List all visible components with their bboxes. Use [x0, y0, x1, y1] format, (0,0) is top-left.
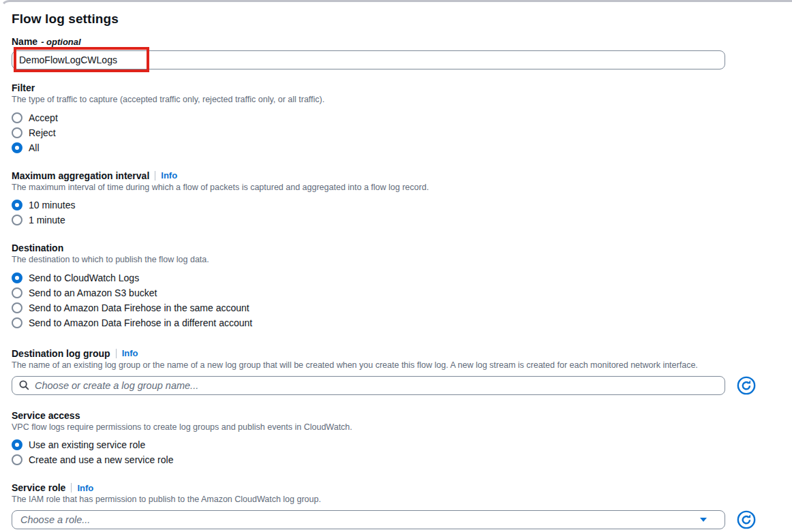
radio-button-icon — [12, 272, 22, 283]
radio-filter-accept[interactable]: Accept — [12, 110, 792, 125]
radio-destination-firehose-different-account[interactable]: Send to Amazon Data Firehose in a differ… — [12, 315, 792, 330]
service-role-info-link[interactable]: Info — [77, 483, 93, 493]
service-access-description: VPC flow logs require permissions to cre… — [12, 422, 792, 433]
radio-button-icon — [12, 112, 22, 123]
filter-radio-group: Accept Reject All — [12, 110, 792, 155]
max-aggregation-description: The maximum interval of time during whic… — [12, 183, 792, 193]
radio-interval-10-minutes[interactable]: 10 minutes — [12, 198, 792, 213]
name-label: Name — [12, 36, 37, 47]
chevron-down-icon — [700, 518, 707, 522]
name-field-group: Name - optional — [12, 36, 792, 69]
max-aggregation-group: Maximum aggregation interval Info The ma… — [12, 170, 792, 228]
filter-label: Filter — [12, 82, 35, 93]
max-aggregation-label: Maximum aggregation interval — [12, 170, 149, 181]
destination-radio-group: Send to CloudWatch Logs Send to an Amazo… — [12, 270, 792, 330]
max-aggregation-info-link[interactable]: Info — [161, 170, 177, 181]
destination-log-group-label: Destination log group — [12, 348, 110, 359]
radio-button-icon — [12, 287, 22, 298]
name-optional-suffix: - optional — [41, 37, 81, 47]
service-access-group: Service access VPC flow logs require per… — [12, 410, 792, 468]
service-role-placeholder: Choose a role... — [20, 514, 90, 525]
service-role-description: The IAM role that has permission to publ… — [12, 495, 792, 505]
radio-button-icon — [12, 142, 22, 153]
radio-filter-all[interactable]: All — [12, 140, 792, 155]
filter-group: Filter The type of traffic to capture (a… — [12, 82, 792, 155]
radio-use-existing-service-role[interactable]: Use an existing service role — [12, 437, 792, 452]
radio-button-icon — [12, 454, 22, 465]
radio-interval-1-minute[interactable]: 1 minute — [12, 213, 792, 228]
max-aggregation-radio-group: 10 minutes 1 minute — [12, 198, 792, 228]
radio-destination-s3-bucket[interactable]: Send to an Amazon S3 bucket — [12, 285, 792, 300]
radio-button-icon — [12, 215, 22, 225]
radio-destination-cloudwatch-logs[interactable]: Send to CloudWatch Logs — [12, 270, 792, 285]
filter-description: The type of traffic to capture (accepted… — [12, 95, 792, 106]
radio-button-icon — [12, 127, 22, 138]
radio-destination-firehose-same-account[interactable]: Send to Amazon Data Firehose in the same… — [12, 300, 792, 315]
refresh-circled-icon — [737, 521, 756, 531]
refresh-roles-button[interactable] — [737, 510, 756, 529]
page-title: Flow log settings — [12, 12, 792, 27]
radio-button-icon — [12, 439, 22, 450]
destination-description: The destination to which to publish the … — [12, 255, 792, 266]
flow-log-settings-panel: Flow log settings Name - optional Filter… — [0, 0, 792, 532]
name-input[interactable] — [12, 50, 725, 69]
radio-button-icon — [12, 200, 22, 210]
destination-log-group-group: Destination log group Info The name of a… — [12, 348, 792, 395]
refresh-circled-icon — [737, 387, 756, 397]
destination-log-group-info-link[interactable]: Info — [122, 348, 138, 358]
divider — [155, 171, 155, 181]
radio-button-icon — [12, 302, 22, 313]
destination-log-group-description: The name of an existing log group or the… — [12, 360, 792, 371]
service-access-label: Service access — [12, 410, 80, 421]
radio-filter-reject[interactable]: Reject — [12, 125, 792, 140]
search-icon — [19, 380, 29, 390]
log-group-placeholder: Choose or create a log group name... — [35, 380, 198, 391]
destination-group: Destination The destination to which to … — [12, 242, 792, 330]
divider — [116, 349, 117, 358]
radio-button-icon — [12, 317, 22, 328]
service-role-select[interactable]: Choose a role... — [12, 510, 725, 529]
service-role-label: Service role — [12, 482, 65, 493]
service-access-radio-group: Use an existing service role Create and … — [12, 437, 792, 467]
service-role-group: Service role Info The IAM role that has … — [12, 482, 792, 529]
destination-label: Destination — [12, 242, 63, 253]
refresh-log-groups-button[interactable] — [737, 376, 756, 395]
divider — [71, 483, 72, 492]
radio-create-new-service-role[interactable]: Create and use a new service role — [12, 452, 792, 467]
log-group-search-input[interactable]: Choose or create a log group name... — [12, 376, 725, 395]
